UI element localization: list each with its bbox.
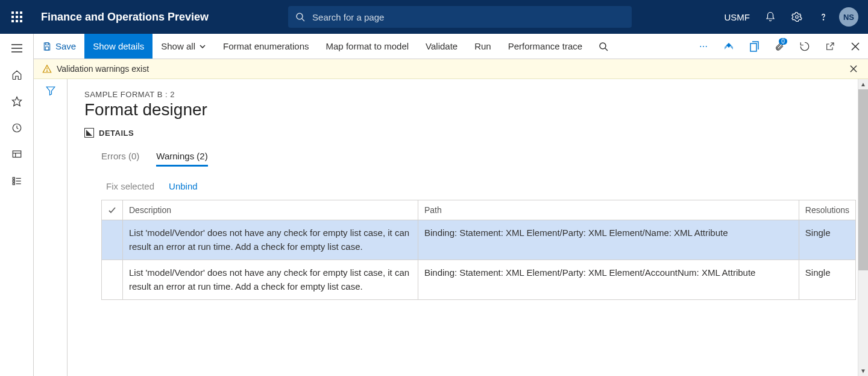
svg-rect-0 (11, 11, 14, 14)
svg-rect-7 (16, 20, 18, 22)
grid-select-all[interactable] (102, 200, 123, 220)
svg-rect-3 (11, 16, 14, 18)
svg-rect-22 (13, 180, 14, 182)
tabs: Errors (0) Warnings (2) (101, 151, 868, 167)
chevron-down-icon (199, 43, 206, 50)
warning-banner: Validation warnings exist (34, 59, 868, 79)
content-main: SAMPLE FORMAT B : 2 Format designer DETA… (68, 79, 868, 376)
svg-rect-18 (13, 151, 21, 158)
col-resolutions[interactable]: Resolutions (799, 200, 855, 220)
performance-trace-button[interactable]: Performance trace (500, 34, 591, 59)
hamburger-icon[interactable] (2, 36, 31, 60)
close-icon[interactable] (843, 34, 868, 59)
svg-rect-28 (45, 46, 48, 49)
cell-path: Binding: Statement: XML Element/Party: X… (418, 260, 799, 300)
svg-rect-21 (13, 177, 14, 179)
legal-entity[interactable]: USMF (720, 12, 755, 22)
svg-rect-4 (16, 16, 18, 18)
svg-marker-42 (46, 87, 55, 95)
map-format-to-model-button[interactable]: Map format to model (318, 34, 418, 59)
fix-selected-button: Fix selected (106, 181, 154, 191)
table-row[interactable]: List 'model/Vendor' does not have any ch… (102, 220, 856, 260)
diamond-icon[interactable] (716, 34, 741, 59)
tab-errors[interactable]: Errors (0) (101, 151, 139, 167)
popout-icon[interactable] (817, 34, 843, 59)
warning-banner-text: Validation warnings exist (57, 64, 149, 74)
svg-rect-8 (20, 20, 22, 22)
help-icon[interactable] (813, 6, 834, 28)
bell-icon[interactable] (760, 6, 781, 28)
grid-area: Description Path Resolutions List 'model… (101, 200, 856, 300)
left-rail (0, 34, 34, 376)
documents-icon[interactable] (741, 34, 767, 59)
svg-rect-27 (45, 43, 48, 45)
cell-resolutions: Single (799, 260, 855, 300)
cell-resolutions: Single (799, 220, 855, 260)
page-title: Format designer (84, 100, 868, 119)
svg-point-9 (297, 13, 303, 19)
show-all-button[interactable]: Show all (153, 34, 215, 59)
home-icon[interactable] (2, 63, 31, 87)
row-select-cell[interactable] (102, 220, 123, 260)
search-box[interactable] (288, 6, 632, 28)
svg-rect-5 (20, 16, 22, 18)
vertical-scrollbar[interactable]: ▲ ▼ (858, 79, 868, 376)
col-path[interactable]: Path (418, 200, 799, 220)
scroll-thumb[interactable] (858, 89, 868, 270)
tab-warnings[interactable]: Warnings (2) (156, 151, 207, 167)
clock-icon[interactable] (2, 116, 31, 140)
app-title: Finance and Operations Preview (36, 11, 209, 24)
svg-line-30 (605, 48, 608, 51)
scroll-down-arrow-icon[interactable]: ▼ (858, 366, 868, 376)
star-icon[interactable] (2, 89, 31, 113)
unbind-button[interactable]: Unbind (169, 181, 198, 191)
warning-banner-close-icon[interactable] (848, 63, 860, 75)
svg-rect-6 (11, 20, 14, 22)
svg-rect-23 (13, 183, 14, 185)
cell-description: List 'model/Vendor' does not have any ch… (123, 220, 418, 260)
attachments-icon[interactable]: 0 (767, 34, 792, 59)
details-section-header[interactable]: DETAILS (84, 128, 868, 138)
avatar[interactable]: NS (839, 7, 858, 27)
col-description[interactable]: Description (123, 200, 418, 220)
table-row[interactable]: List 'model/Vendor' does not have any ch… (102, 260, 856, 300)
scroll-up-arrow-icon[interactable]: ▲ (858, 79, 868, 89)
svg-line-10 (302, 19, 304, 21)
save-button[interactable]: Save (34, 34, 84, 59)
svg-point-12 (823, 19, 823, 20)
format-enumerations-button[interactable]: Format enumerations (215, 34, 318, 59)
svg-marker-43 (86, 130, 92, 136)
more-icon[interactable]: ⋯ (691, 34, 716, 59)
search-icon (295, 12, 305, 22)
checkmark-icon (108, 206, 116, 214)
refresh-icon[interactable] (792, 34, 817, 59)
show-details-button[interactable]: Show details (84, 34, 153, 59)
gear-icon[interactable] (786, 6, 808, 28)
show-details-label: Show details (93, 41, 144, 51)
find-icon[interactable] (591, 34, 616, 59)
row-select-cell[interactable] (102, 260, 123, 300)
svg-rect-1 (16, 11, 18, 14)
show-all-label: Show all (161, 41, 195, 51)
content-rail (34, 79, 68, 376)
svg-marker-31 (726, 43, 731, 48)
waffle-icon[interactable] (5, 5, 29, 29)
svg-marker-32 (725, 45, 727, 49)
svg-marker-33 (731, 45, 733, 49)
svg-rect-2 (20, 11, 22, 14)
svg-marker-16 (12, 97, 21, 106)
search-input[interactable] (311, 11, 624, 23)
svg-rect-34 (750, 43, 756, 51)
filter-icon[interactable] (45, 85, 56, 376)
validate-button[interactable]: Validate (417, 34, 466, 59)
cell-description: List 'model/Vendor' does not have any ch… (123, 260, 418, 300)
workspace-icon[interactable] (2, 142, 31, 167)
search-container (288, 6, 632, 28)
warning-icon (42, 64, 52, 74)
grid-toolbar: Fix selected Unbind (106, 181, 868, 191)
svg-point-39 (46, 71, 47, 71)
run-button[interactable]: Run (466, 34, 500, 59)
details-label: DETAILS (99, 129, 134, 138)
svg-point-29 (600, 43, 606, 49)
modules-icon[interactable] (2, 169, 31, 193)
